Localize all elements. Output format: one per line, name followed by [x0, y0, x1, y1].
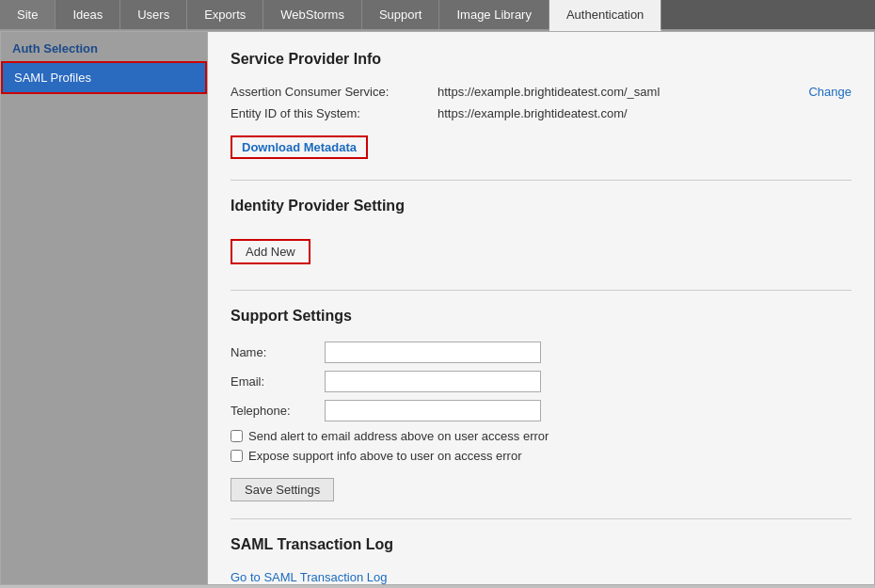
- saml-log-title: SAML Transaction Log: [231, 536, 851, 559]
- service-provider-title: Service Provider Info: [231, 51, 851, 73]
- sidebar: Auth Selection SAML Profiles: [1, 32, 208, 584]
- main-layout: Auth Selection SAML Profiles Service Pro…: [0, 31, 875, 585]
- expose-support-label: Expose support info above to user on acc…: [248, 449, 522, 463]
- divider-3: [231, 518, 851, 519]
- saml-log-section: SAML Transaction Log Go to SAML Transact…: [231, 536, 851, 584]
- nav-tab-users[interactable]: Users: [120, 0, 187, 29]
- support-settings-section: Support Settings Name: Email: Telephone:…: [231, 308, 851, 501]
- nav-tab-authentication[interactable]: Authentication: [549, 0, 661, 31]
- support-settings-title: Support Settings: [231, 308, 851, 330]
- send-alert-row: Send alert to email address above on use…: [231, 429, 851, 443]
- nav-tab-webstorms[interactable]: WebStorms: [263, 0, 362, 29]
- nav-tab-image-library[interactable]: Image Library: [439, 0, 549, 29]
- identity-provider-title: Identity Provider Setting: [231, 198, 851, 220]
- email-input[interactable]: [325, 371, 541, 392]
- content-area: Service Provider Info Assertion Consumer…: [208, 32, 874, 584]
- nav-tab-ideas[interactable]: Ideas: [56, 0, 120, 29]
- sidebar-header: Auth Selection: [1, 32, 207, 61]
- identity-provider-section: Identity Provider Setting Add New: [231, 198, 851, 273]
- entity-id-value: https://example.brightideatest.com/: [438, 106, 851, 120]
- divider-1: [231, 180, 851, 181]
- name-label: Name:: [231, 345, 325, 359]
- telephone-row: Telephone:: [231, 400, 851, 421]
- telephone-label: Telephone:: [231, 404, 325, 418]
- name-row: Name:: [231, 342, 851, 363]
- send-alert-checkbox[interactable]: [231, 430, 243, 442]
- divider-2: [231, 290, 851, 291]
- nav-tab-support[interactable]: Support: [362, 0, 440, 29]
- send-alert-label: Send alert to email address above on use…: [248, 429, 549, 443]
- sidebar-item-saml-profiles[interactable]: SAML Profiles: [1, 61, 207, 94]
- nav-tab-site[interactable]: Site: [0, 0, 56, 29]
- add-new-button[interactable]: Add New: [231, 239, 310, 264]
- saml-log-link[interactable]: Go to SAML Transaction Log: [231, 570, 387, 584]
- assertion-consumer-row: Assertion Consumer Service: https://exam…: [231, 85, 851, 99]
- telephone-input[interactable]: [325, 400, 541, 421]
- name-input[interactable]: [325, 342, 541, 363]
- entity-id-row: Entity ID of this System: https://exampl…: [231, 106, 851, 120]
- save-settings-button[interactable]: Save Settings: [231, 478, 334, 501]
- download-metadata-button[interactable]: Download Metadata: [231, 135, 368, 159]
- assertion-consumer-label: Assertion Consumer Service:: [231, 85, 438, 99]
- email-row: Email:: [231, 371, 851, 392]
- expose-support-checkbox[interactable]: [231, 450, 243, 462]
- service-provider-section: Service Provider Info Assertion Consumer…: [231, 51, 851, 163]
- expose-support-row: Expose support info above to user on acc…: [231, 449, 851, 463]
- entity-id-label: Entity ID of this System:: [231, 106, 438, 120]
- assertion-consumer-value: https://example.brightideatest.com/_saml: [438, 85, 789, 99]
- email-label: Email:: [231, 374, 325, 389]
- top-navigation: Site Ideas Users Exports WebStorms Suppo…: [0, 0, 875, 31]
- nav-tab-exports[interactable]: Exports: [187, 0, 263, 29]
- change-link[interactable]: Change: [808, 85, 851, 99]
